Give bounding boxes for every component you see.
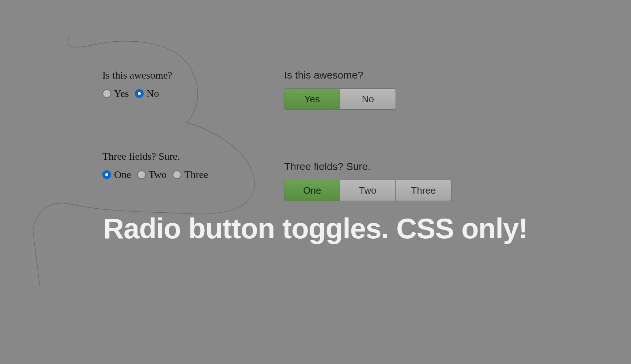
- radio-label-three: Three: [184, 169, 208, 181]
- toggle-group: Yes No: [284, 88, 396, 110]
- radio-no[interactable]: [135, 89, 144, 98]
- group-label: Is this awesome?: [102, 69, 211, 81]
- toggle-no[interactable]: No: [340, 89, 396, 109]
- radio-yes[interactable]: [102, 89, 111, 98]
- toggle-group-threefields: Three fields? Sure. One Two Three: [284, 161, 451, 201]
- native-radio-group-threefields: Three fields? Sure. One Two Three: [102, 151, 211, 181]
- radio-three[interactable]: [173, 170, 181, 179]
- radio-label-two: Two: [149, 169, 167, 181]
- native-radio-group-awesome: Is this awesome? Yes No: [102, 69, 211, 99]
- toggle-group-awesome: Is this awesome? Yes No: [284, 69, 451, 110]
- headline: Radio button toggles. CSS only!: [0, 212, 631, 245]
- toggle-one[interactable]: One: [284, 180, 340, 201]
- toggle-two[interactable]: Two: [340, 180, 396, 201]
- toggle-three[interactable]: Three: [396, 180, 451, 201]
- radio-one[interactable]: [102, 170, 111, 179]
- toggle-yes[interactable]: Yes: [284, 89, 340, 109]
- toggle-group: One Two Three: [284, 180, 451, 201]
- group-label: Three fields? Sure.: [102, 151, 211, 162]
- radio-label-no: No: [147, 88, 159, 99]
- radio-label-yes: Yes: [114, 88, 129, 99]
- group-label: Is this awesome?: [284, 69, 451, 81]
- radio-label-one: One: [114, 169, 131, 181]
- group-label: Three fields? Sure.: [284, 161, 451, 172]
- radio-two[interactable]: [137, 170, 146, 179]
